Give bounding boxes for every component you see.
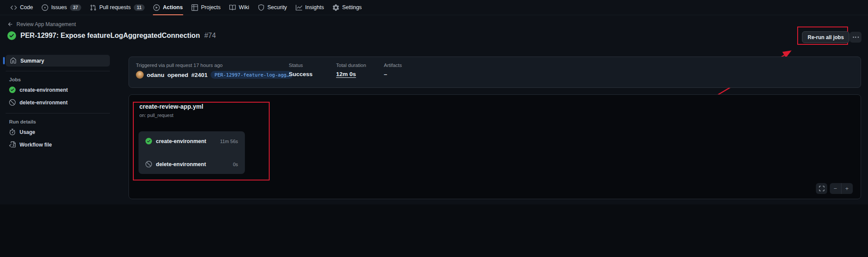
book-icon	[229, 4, 236, 11]
graph-icon	[296, 4, 302, 11]
run-info-panel: Triggered via pull request 17 hours ago …	[129, 57, 861, 88]
nav-tab-label: Actions	[163, 4, 183, 10]
sidebar-summary-label: Summary	[20, 58, 44, 64]
job-duration: 11m 56s	[220, 139, 238, 144]
issue-opened-icon	[42, 4, 48, 11]
check-circle-icon	[145, 138, 152, 144]
breadcrumb-back-link[interactable]: Review App Management	[7, 21, 76, 27]
rerun-all-jobs-button[interactable]: Re-run all jobs	[802, 31, 849, 43]
skip-icon	[9, 99, 16, 106]
sidebar-item-summary[interactable]: Summary	[6, 55, 110, 67]
actor-name[interactable]: odanu	[147, 72, 165, 78]
check-circle-icon	[9, 87, 16, 93]
status-label: Status	[289, 63, 336, 68]
breadcrumb-label: Review App Management	[17, 21, 76, 27]
nav-tab-actions[interactable]: Actions	[149, 0, 187, 15]
job-row-create-environment[interactable]: create-environment 11m 56s	[145, 138, 238, 144]
job-duration: 0s	[233, 162, 238, 167]
workflow-graph-panel: create-review-app.yml on: pull_request c…	[129, 94, 861, 199]
artifacts-value: –	[384, 71, 854, 77]
gear-icon	[333, 4, 339, 11]
status-column: Status Success	[289, 63, 336, 82]
git-pull-request-icon	[90, 4, 96, 11]
nav-tab-code[interactable]: Code	[6, 0, 37, 15]
nav-tab-label: Issues	[51, 4, 67, 10]
fit-view-icon	[819, 186, 825, 191]
home-icon	[10, 57, 17, 64]
stopwatch-icon	[9, 129, 16, 135]
duration-column: Total duration 12m 0s	[336, 63, 384, 82]
nav-tab-projects[interactable]: Projects	[187, 0, 225, 15]
play-icon	[153, 4, 160, 11]
skip-icon	[145, 161, 152, 167]
nav-tab-insights[interactable]: Insights	[291, 0, 328, 15]
run-number: #74	[204, 32, 216, 40]
artifacts-label: Artifacts	[384, 63, 854, 68]
shield-icon	[258, 4, 264, 11]
workflow-job-card: create-environment 11m 56s delete-enviro…	[139, 131, 245, 174]
pull-requests-count-badge: 11	[134, 4, 145, 11]
job-name: create-environment	[156, 138, 206, 144]
nav-tab-label: Security	[267, 4, 287, 10]
sidebar-item-workflow-file[interactable]: Workflow file	[6, 138, 110, 151]
sidebar-item-usage[interactable]: Usage	[6, 126, 110, 138]
success-check-icon	[7, 31, 16, 40]
zoom-in-button[interactable]: +	[842, 183, 853, 194]
nav-tab-security[interactable]: Security	[254, 0, 291, 15]
run-title-row: PER-12997: Expose featureLogAggregatedCo…	[7, 31, 216, 40]
duration-label: Total duration	[336, 63, 384, 68]
nav-tab-label: Code	[20, 4, 33, 10]
nav-tab-wiki[interactable]: Wiki	[225, 0, 254, 15]
workflow-file-name: create-review-app.yml	[139, 103, 203, 110]
sidebar-job-create-environment[interactable]: create-environment	[6, 83, 110, 96]
status-value: Success	[289, 71, 336, 77]
branch-badge[interactable]: PER-12997-feature-log-agg…	[211, 71, 293, 79]
sidebar-run-details-header: Run details	[9, 119, 116, 124]
sidebar-job-delete-environment[interactable]: delete-environment	[6, 96, 110, 109]
table-icon	[191, 4, 198, 11]
active-nav-indicator	[3, 57, 5, 64]
page-title: PER-12997: Expose featureLogAggregatedCo…	[20, 32, 200, 40]
graph-controls: − +	[816, 183, 853, 194]
kebab-menu-button[interactable]	[850, 32, 861, 43]
action-text: opened	[168, 72, 188, 78]
sidebar-jobs-header: Jobs	[9, 77, 116, 82]
file-code-icon	[9, 141, 16, 148]
nav-tab-label: Insights	[305, 4, 324, 10]
sidebar-divider	[6, 113, 110, 113]
pr-number-link[interactable]: #2401	[191, 72, 208, 78]
zoom-control: − +	[830, 183, 853, 194]
avatar[interactable]	[136, 71, 144, 79]
job-row-delete-environment[interactable]: delete-environment 0s	[145, 161, 238, 167]
nav-tab-issues[interactable]: Issues 37	[37, 0, 86, 15]
fit-view-button[interactable]	[816, 183, 827, 194]
job-label: create-environment	[20, 87, 68, 93]
nav-tab-pull-requests[interactable]: Pull requests 11	[86, 0, 149, 15]
zoom-out-button[interactable]: −	[830, 183, 842, 194]
issues-count-badge: 37	[70, 4, 81, 11]
kebab-icon	[853, 37, 854, 38]
nav-tab-label: Pull requests	[99, 4, 131, 10]
workflow-file-label: Workflow file	[20, 142, 52, 148]
job-label: delete-environment	[20, 100, 68, 106]
sidebar-divider	[6, 71, 110, 71]
run-sidebar: Summary Jobs create-environment delete-e…	[0, 52, 116, 151]
artifacts-column: Artifacts –	[384, 63, 854, 82]
trigger-column: Triggered via pull request 17 hours ago …	[136, 63, 289, 82]
usage-label: Usage	[20, 129, 35, 135]
duration-value-link[interactable]: 12m 0s	[336, 71, 356, 77]
code-icon	[10, 4, 17, 11]
repo-nav: Code Issues 37 Pull requests 11 Actions …	[0, 0, 868, 15]
nav-tab-label: Wiki	[239, 4, 249, 10]
workflow-trigger: on: pull_request	[139, 113, 173, 118]
nav-tab-settings[interactable]: Settings	[328, 0, 366, 15]
arrow-left-icon	[7, 21, 13, 27]
nav-tab-label: Settings	[342, 4, 362, 10]
nav-tab-label: Projects	[201, 4, 221, 10]
trigger-label: Triggered via pull request 17 hours ago	[136, 63, 289, 68]
job-name: delete-environment	[156, 161, 206, 167]
